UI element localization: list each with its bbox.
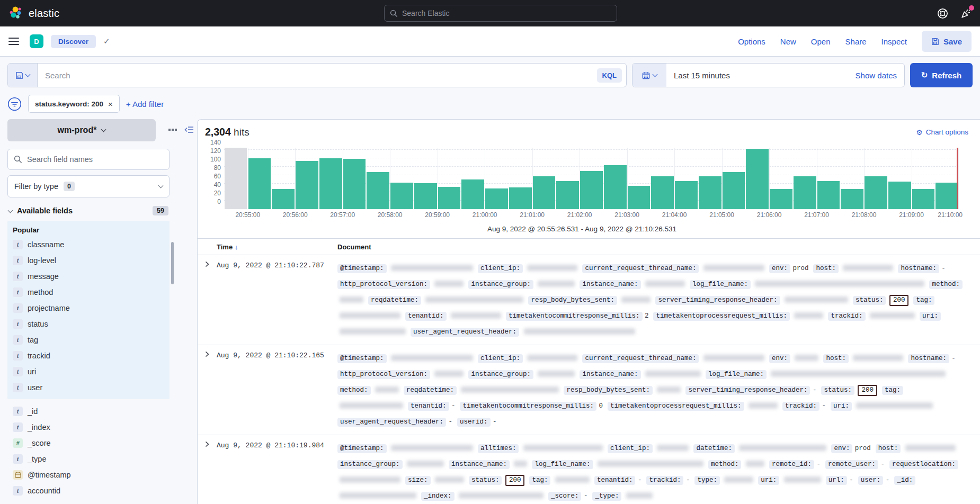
- histogram-bar[interactable]: [580, 171, 603, 209]
- newsfeed-icon[interactable]: [960, 7, 972, 19]
- histogram-bar[interactable]: [888, 182, 911, 209]
- histogram-bar[interactable]: [841, 189, 863, 209]
- field-list-options-icon[interactable]: [168, 129, 177, 131]
- histogram-plot-area[interactable]: 140120100806040200: [224, 148, 959, 209]
- collapse-sidebar-icon[interactable]: [184, 125, 194, 134]
- histogram-bar[interactable]: [533, 176, 556, 209]
- histogram-bar[interactable]: [248, 158, 271, 209]
- menu-options[interactable]: Options: [738, 37, 765, 46]
- sidebar-field-id[interactable]: t_id: [7, 403, 170, 419]
- sidebar-field-accountid[interactable]: taccountid: [7, 483, 170, 499]
- field-name-pill: resp_body_bytes_sent:: [564, 386, 653, 395]
- available-fields-toggle[interactable]: Available fields 59: [7, 206, 170, 215]
- redacted-value: [657, 386, 681, 393]
- sidebar-field-message[interactable]: tmessage: [7, 268, 170, 284]
- field-name-pill: timetakentocommitresponse_millis:: [460, 402, 596, 411]
- histogram-bar[interactable]: [438, 187, 461, 209]
- sidebar-field-log-level[interactable]: tlog-level: [7, 253, 170, 268]
- histogram-bar[interactable]: [556, 181, 579, 209]
- sidebar-scrollbar[interactable]: [171, 242, 174, 284]
- text-field-icon: t: [13, 272, 23, 281]
- histogram-bar[interactable]: [509, 187, 532, 209]
- field-name-pill: instance_name:: [580, 370, 640, 379]
- index-pattern-selector[interactable]: wm-prod*: [7, 119, 156, 141]
- elastic-brand[interactable]: elastic: [8, 6, 59, 21]
- remove-filter-icon[interactable]: ×: [108, 100, 113, 109]
- histogram-bar[interactable]: [699, 176, 721, 209]
- redacted-value: [598, 461, 703, 467]
- sidebar-field-score[interactable]: #_score: [7, 435, 170, 451]
- redacted-value: [703, 265, 764, 271]
- histogram-bar[interactable]: [912, 189, 935, 209]
- breadcrumb-discover[interactable]: Discover: [51, 35, 96, 48]
- redacted-value: [375, 386, 399, 393]
- menu-new[interactable]: New: [780, 37, 796, 46]
- histogram-bar[interactable]: [723, 172, 745, 209]
- time-column-header[interactable]: Time ↓: [217, 243, 337, 251]
- histogram-bar[interactable]: [865, 176, 887, 209]
- histogram-bar[interactable]: [343, 159, 366, 209]
- filter-pill-status-200[interactable]: status.keyword: 200 ×: [28, 95, 120, 113]
- histogram-bar[interactable]: [604, 165, 627, 209]
- histogram-bar[interactable]: [936, 183, 958, 209]
- field-name-pill: uri:: [758, 476, 779, 485]
- sidebar-field-classname[interactable]: tclassname: [7, 237, 170, 253]
- histogram-bar[interactable]: [746, 149, 769, 209]
- saved-check-icon[interactable]: ✓: [103, 37, 110, 46]
- histogram-bar[interactable]: [414, 183, 437, 209]
- datepicker-calendar-button[interactable]: [632, 64, 666, 87]
- histogram-bar[interactable]: [367, 172, 389, 209]
- chart-options-button[interactable]: ⚙ Chart options: [916, 128, 968, 137]
- menu-open[interactable]: Open: [811, 37, 831, 46]
- histogram-bar[interactable]: [485, 188, 508, 209]
- expand-row-button[interactable]: [198, 350, 210, 357]
- sidebar-field-status[interactable]: tstatus: [7, 316, 170, 332]
- sidebar-field-method[interactable]: tmethod: [7, 284, 170, 300]
- time-range-value[interactable]: Last 15 minutes: [666, 71, 856, 80]
- redacted-value: [391, 445, 473, 451]
- sidebar-field-tag[interactable]: ttag: [7, 332, 170, 348]
- menu-hamburger-icon[interactable]: [8, 38, 19, 45]
- global-search[interactable]: [384, 5, 617, 22]
- histogram-bar[interactable]: [675, 181, 698, 209]
- histogram-bar[interactable]: [770, 189, 792, 209]
- field-search-box[interactable]: [7, 149, 170, 170]
- add-filter-link[interactable]: + Add filter: [126, 100, 164, 109]
- kql-search-input[interactable]: [38, 71, 597, 80]
- sidebar-field-projectname[interactable]: tprojectname: [7, 300, 170, 316]
- sidebar-field-timestamp[interactable]: @timestamp: [7, 467, 170, 483]
- kql-badge[interactable]: KQL: [597, 68, 622, 83]
- histogram-bar[interactable]: [461, 179, 484, 209]
- filter-by-type-dropdown[interactable]: Filter by type 0: [7, 175, 170, 197]
- sidebar-field-trackid[interactable]: ttrackid: [7, 348, 170, 364]
- histogram-bar[interactable]: [651, 176, 674, 209]
- help-icon[interactable]: [937, 7, 948, 19]
- histogram-bar[interactable]: [390, 183, 413, 209]
- sidebar-field-type[interactable]: t_type: [7, 451, 170, 467]
- field-name-pill: timetakentoprocessrequest_millis:: [608, 402, 744, 411]
- discover-app-badge[interactable]: D: [30, 34, 43, 48]
- histogram-bar[interactable]: [296, 161, 318, 209]
- filter-menu-icon[interactable]: [7, 97, 22, 111]
- saved-query-menu-button[interactable]: [8, 64, 38, 87]
- show-dates-link[interactable]: Show dates: [856, 71, 904, 80]
- menu-share[interactable]: Share: [845, 37, 867, 46]
- global-search-input[interactable]: [402, 9, 611, 17]
- redacted-value: [340, 312, 400, 319]
- x-axis-tick: 20:58:00: [378, 211, 403, 219]
- expand-row-button[interactable]: [198, 440, 210, 447]
- histogram-partial-bucket[interactable]: [225, 148, 247, 209]
- field-search-input[interactable]: [27, 155, 163, 164]
- menu-inspect[interactable]: Inspect: [881, 37, 907, 46]
- save-button[interactable]: Save: [922, 31, 972, 52]
- histogram-bar[interactable]: [628, 186, 651, 209]
- histogram-bar[interactable]: [272, 189, 295, 209]
- refresh-button[interactable]: ↻ Refresh: [910, 63, 973, 87]
- sidebar-field-index[interactable]: t_index: [7, 419, 170, 435]
- sidebar-field-uri[interactable]: turi: [7, 364, 170, 380]
- histogram-bar[interactable]: [319, 158, 342, 209]
- histogram-bar[interactable]: [794, 176, 816, 209]
- expand-row-button[interactable]: [198, 260, 210, 267]
- histogram-bar[interactable]: [817, 181, 840, 209]
- sidebar-field-user[interactable]: tuser: [7, 380, 170, 395]
